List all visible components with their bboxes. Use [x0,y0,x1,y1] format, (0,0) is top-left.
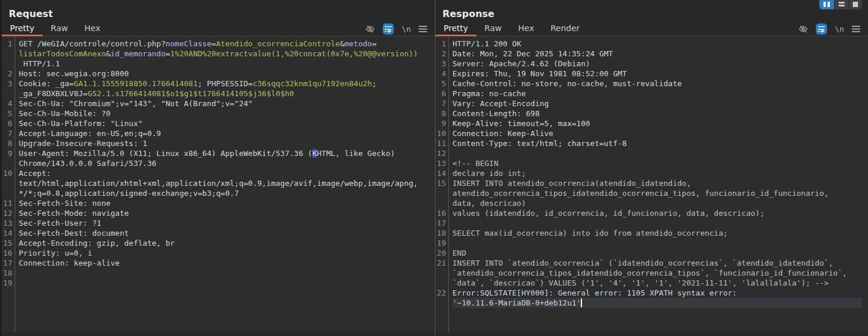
request-editor-row: 17Connection: keep-alive [2,258,428,268]
response-editor-row: 14declare ido int; [435,168,862,178]
request-code-text: GET /WeGIA/controle/control.php?nomeClas… [19,39,428,49]
response-panel: Response PrettyRawHexRender \n 1HTTP/1.1… [435,0,868,336]
response-code-text: <!-- BEGIN [452,158,862,168]
request-editor-row: 5Sec-Ch-Ua-Mobile: ?0 [2,108,428,118]
response-toolbar: \n [798,22,868,35]
line-number: 19 [2,278,12,288]
line-number: 6 [2,118,12,128]
response-editor-menu-button[interactable] [852,25,860,33]
response-editor-row: data, descricao) [435,198,862,208]
response-tab-hex[interactable]: Hex [510,22,542,36]
response-hide-nonprintable-button[interactable] [798,24,808,34]
word-wrap-icon [816,23,827,35]
line-number: 5 [2,108,12,118]
request-code-text: HTTP/1.1 [19,59,428,69]
request-editor-row: 11Sec-Fetch-Site: none [2,198,428,208]
request-editor[interactable]: 1GET /WeGIA/controle/control.php?nomeCla… [2,39,428,288]
response-code-text: SELECT max(id_ocorrencia) into ido from … [452,228,862,238]
request-editor-row: 18 [2,268,428,278]
line-number: 8 [2,138,12,148]
layout-switcher [819,0,862,9]
layout-top-bottom-button[interactable] [834,0,849,9]
response-code-text: Content-Type: text/html; charset=utf-8 [452,138,862,148]
request-word-wrap-button[interactable] [383,23,394,35]
line-number: 22 [435,288,446,298]
line-number: 3 [435,59,446,69]
line-number: 4 [435,69,446,79]
request-line-endings-button[interactable]: \n [401,25,411,33]
layout-single-button[interactable] [848,0,862,9]
request-code-text: User-Agent: Mozilla/5.0 (X11; Linux x86_… [19,148,428,158]
request-editor-row: 13Sec-Fetch-User: ?1 [2,218,428,228]
line-number: 14 [435,168,446,178]
response-editor-row: 22Error:SQLSTATE[HY000]: General error: … [435,288,862,298]
request-hide-nonprintable-button[interactable] [365,24,375,34]
request-editor-row: 8Upgrade-Insecure-Requests: 1 [2,138,428,148]
line-number: 9 [435,118,446,128]
request-code-text [19,278,428,288]
line-number [435,268,446,278]
request-editor-row: 1GET /WeGIA/controle/control.php?nomeCla… [2,39,428,49]
line-number: 16 [2,248,12,258]
response-code-text: declare ido int; [452,168,862,178]
response-tab-raw[interactable]: Raw [476,22,510,36]
response-code-text: `data`, `descricao`) VALUES ('1', '4', '… [452,278,862,288]
line-number [435,188,446,198]
line-number: 13 [435,158,446,168]
line-number: 13 [2,218,12,228]
response-editor[interactable]: 1HTTP/1.1 200 OK2Date: Mon, 22 Dec 2025 … [435,39,862,308]
line-number: 18 [2,268,12,278]
response-code-text: '~10.11.6-MariaDB-0+deb12u1' [452,298,862,308]
request-editor-row: */*;q=0.8,application/signed-exchange;v=… [2,188,428,198]
response-editor-row: 15INSERT INTO atendido_ocorrencia(atendi… [435,178,862,188]
eye-slash-icon [365,24,375,34]
line-number: 19 [435,238,446,248]
request-panel-title: Request [9,8,53,19]
response-editor-row: 2Date: Mon, 22 Dec 2025 14:35:24 GMT [435,49,862,59]
request-tab-hex[interactable]: Hex [76,22,108,36]
response-word-wrap-button[interactable] [816,23,827,35]
response-editor-row: 13<!-- BEGIN [435,158,862,168]
layout-side-by-side-button[interactable] [819,0,834,9]
response-editor-row: `atendido_ocorrencia_tipos_idatendido_oc… [435,268,862,278]
request-code-text: Sec-Ch-Ua-Platform: "Linux" [19,118,428,128]
request-editor-row: _ga_F8DXBXLV8J=GS2.1.s1766414081$o1$g1$t… [2,89,428,99]
hamburger-icon [418,25,427,33]
response-tab-render[interactable]: Render [542,22,588,36]
response-line-endings-button[interactable]: \n [835,25,844,33]
request-editor-row: HTTP/1.1 [2,59,428,69]
request-editor-menu-button[interactable] [418,25,427,33]
line-number [2,158,12,168]
request-editor-row: 9User-Agent: Mozilla/5.0 (X11; Linux x86… [2,148,428,158]
request-code-text: Connection: keep-alive [19,258,428,268]
response-code-text: Expires: Thu, 19 Nov 1981 08:52:00 GMT [452,69,862,79]
line-number: 18 [435,228,446,238]
line-number: 1 [435,39,446,49]
request-editor-row: 16Priority: u=0, i [2,248,428,258]
response-editor-row: 19 [435,238,862,248]
response-editor-row: 8Content-Length: 698 [435,108,862,118]
response-tab-pretty[interactable]: Pretty [435,22,476,36]
response-code-text: `atendido_ocorrencia_tipos_idatendido_oc… [452,268,862,278]
request-editor-row: 12Sec-Fetch-Mode: navigate [2,208,428,218]
request-tab-pretty[interactable]: Pretty [2,22,43,36]
response-code-text [452,148,862,158]
burp-message-editor-window: Request PrettyRawHex \n 1GET /WeGIA/cont… [0,0,868,336]
line-number [2,178,12,188]
response-editor-row: 12 [435,148,862,158]
newline-icon: \n [835,25,844,33]
response-editor-row: 21INSERT INTO `atendido_ocorrencia` (`id… [435,258,862,268]
word-wrap-icon [383,23,394,35]
response-editor-row: 5Cache-Control: no-store, no-cache, must… [435,79,862,89]
request-editor-row: Chrome/143.0.0.0 Safari/537.36 [2,158,428,168]
response-code-text: INSERT INTO atendido_ocorrencia(atendido… [452,178,862,188]
request-code-text: Sec-Fetch-Site: none [19,198,428,208]
request-code-text: Upgrade-Insecure-Requests: 1 [19,138,428,148]
line-number: 10 [435,128,446,138]
response-editor-row: atendido_ocorrencia_tipos_idatendido_oco… [435,188,862,198]
request-tab-raw[interactable]: Raw [43,22,76,36]
line-number: 2 [435,49,446,59]
line-number: 15 [435,178,446,188]
eye-slash-icon [798,24,808,34]
request-editor-row: listarTodosComAnexo&id_memorando=1%20AND… [2,49,428,59]
